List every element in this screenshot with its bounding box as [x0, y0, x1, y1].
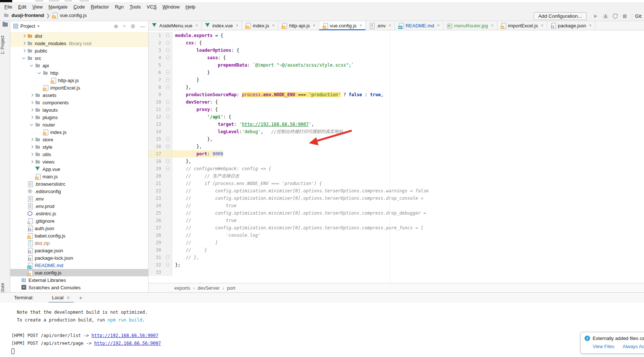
tab-vue-config-js[interactable]: JSvue.config.js× — [319, 21, 366, 30]
tree-item-views[interactable]: views — [10, 158, 149, 165]
chevron-right-icon[interactable] — [21, 41, 27, 46]
tab-index-vue[interactable]: index.vue× — [202, 21, 242, 30]
chevron-right-icon[interactable] — [29, 100, 35, 105]
tree-item-vue-config-js[interactable]: JSvue.config.js — [10, 269, 149, 276]
chevron-right-icon[interactable] — [29, 159, 35, 164]
stop-icon[interactable] — [622, 13, 628, 19]
code-line-27[interactable]: 27 // config.optimization.minimizer[0].o… — [149, 224, 644, 232]
fold-start-marker[interactable] — [166, 166, 169, 171]
chevron-right-icon[interactable] — [29, 107, 35, 112]
tree-item-external-libraries[interactable]: External Libraries — [10, 276, 149, 284]
chevron-right-icon[interactable] — [21, 48, 27, 53]
menu-help[interactable]: Help — [183, 3, 198, 10]
code-line-20[interactable]: 20 // // 生产去除日志 — [149, 172, 644, 180]
tree-item-babel-config-js[interactable]: JSbabel.config.js — [10, 232, 149, 239]
tab-package-json[interactable]: {)package.json× — [547, 21, 596, 30]
menu-run[interactable]: Run — [112, 3, 127, 10]
tree-item-assets[interactable]: assets — [10, 91, 149, 99]
run-with-coverage-icon[interactable] — [612, 13, 618, 19]
chevron-down-icon[interactable] — [29, 63, 35, 68]
code-line-14[interactable]: 14 logLevel:'debug', //控制台终端打印代理前的真实地址 — [149, 128, 644, 135]
tree-item-http[interactable]: http — [10, 69, 149, 77]
chevron-right-icon[interactable] — [29, 152, 35, 157]
tree-item-index-js[interactable]: JSindex.js — [10, 128, 149, 136]
new-terminal-icon[interactable]: + — [79, 294, 82, 301]
close-icon[interactable]: × — [589, 23, 592, 28]
close-icon[interactable]: × — [272, 23, 275, 28]
tree-item-utils[interactable]: utils — [10, 151, 149, 158]
editor-breadcrumb-devServer[interactable]: devServer — [198, 285, 219, 291]
code-line-21[interactable]: 21 // if (process.env.NODE_ENV === 'prod… — [149, 180, 644, 187]
toolwindow-project-label[interactable]: 1: Project — [0, 29, 10, 61]
collapse-all-icon[interactable]: ÷ — [123, 23, 126, 29]
code-line-12[interactable]: 12 '/api': { — [149, 113, 644, 121]
code-editor[interactable]: 1module.exports = {2 css: {3 loaderOptio… — [149, 30, 644, 283]
close-icon[interactable]: × — [236, 23, 238, 28]
tab-asidemenu-vue[interactable]: AsideMenu.vue× — [149, 21, 202, 30]
code-line-1[interactable]: 1module.exports = { — [149, 32, 644, 39]
tree-item-main-js[interactable]: JSmain.js — [10, 173, 149, 180]
tree-item-package-lock-json[interactable]: {)package-lock.json — [10, 254, 149, 262]
tab-menurouter-jpg[interactable]: menuRouter.jpg× — [443, 21, 497, 30]
add-configuration-button[interactable]: Add Configuration... — [534, 12, 587, 20]
tree-item--gitignore[interactable]: .gitignore — [10, 217, 149, 225]
tab--env[interactable]: .env× — [366, 21, 395, 30]
code-line-24[interactable]: 24 // true — [149, 202, 644, 209]
tree-item-app-vue[interactable]: App.vue — [10, 165, 149, 173]
fold-start-marker[interactable] — [166, 48, 169, 52]
tree-item-auth-json[interactable]: {)auth.json — [10, 225, 149, 232]
menu-vcs[interactable]: VCS — [144, 3, 160, 10]
close-icon[interactable]: × — [437, 23, 440, 28]
fold-start-marker[interactable] — [166, 33, 169, 37]
tree-item-importexcel-js[interactable]: JSimportExcel.js — [10, 84, 149, 91]
chevron-right-icon[interactable] — [21, 33, 27, 38]
menu-window[interactable]: Window — [160, 3, 183, 10]
hide-panel-icon[interactable]: — — [140, 23, 145, 29]
code-line-29[interactable]: 29 // ] — [149, 239, 644, 246]
fold-start-marker[interactable] — [166, 55, 169, 60]
menu-code[interactable]: Code — [71, 3, 88, 10]
close-icon[interactable]: × — [491, 23, 494, 28]
code-line-4[interactable]: 4 sass: { — [149, 54, 644, 61]
tab-readme-md[interactable]: MDREADME.md× — [395, 21, 443, 30]
fold-end-marker[interactable] — [166, 144, 169, 148]
code-line-26[interactable]: 26 // true — [149, 217, 644, 224]
chevron-down-icon[interactable] — [21, 55, 27, 61]
tab-http-api-js[interactable]: JShttp-api.js× — [278, 21, 319, 30]
fold-start-marker[interactable] — [166, 100, 169, 104]
menu-file[interactable]: File — [1, 3, 15, 10]
fold-end-marker[interactable] — [166, 85, 169, 89]
tree-item-dist[interactable]: dist — [10, 32, 149, 40]
code-line-22[interactable]: 22 // config.optimization.minimizer[0].o… — [149, 187, 644, 195]
editor-breadcrumb-exports[interactable]: exports — [174, 285, 190, 291]
tree-item--eslintrc-js[interactable]: .eslintrc.js — [10, 210, 149, 217]
tree-item-package-json[interactable]: {)package.json — [10, 247, 149, 254]
git-branch-label[interactable]: Git: — [635, 13, 643, 19]
tree-item-readme-md[interactable]: MDREADME.md — [10, 262, 149, 269]
breadcrumb-project[interactable]: duoji-frontend — [11, 13, 44, 18]
close-icon[interactable]: × — [195, 23, 198, 28]
tree-item-http-api-js[interactable]: JShttp-api.js — [10, 77, 149, 84]
close-icon[interactable]: × — [360, 23, 362, 28]
fold-start-marker[interactable] — [166, 107, 169, 111]
tree-item-api[interactable]: api — [10, 62, 149, 69]
fold-start-marker[interactable] — [166, 41, 169, 45]
run-icon[interactable] — [593, 13, 599, 19]
fold-end-marker[interactable] — [166, 159, 169, 163]
code-line-5[interactable]: 5 prependData: `@import "~@/assets/scss/… — [149, 61, 644, 69]
project-toolwindow-icon[interactable] — [3, 23, 8, 27]
chevron-down-icon[interactable] — [37, 70, 43, 75]
chevron-right-icon[interactable] — [29, 137, 35, 142]
tree-item--env[interactable]: .env — [10, 195, 149, 202]
code-line-31[interactable]: 31 // }, — [149, 254, 644, 261]
code-line-19[interactable]: 19 // configureWebpack: config => { — [149, 165, 644, 172]
menu-refactor[interactable]: Refactor — [88, 3, 112, 10]
code-line-18[interactable]: 18 }, — [149, 158, 644, 165]
code-line-2[interactable]: 2 css: { — [149, 39, 644, 47]
breadcrumb-file[interactable]: vue.config.js — [60, 13, 86, 18]
tab-importexcel-js[interactable]: JSimportExcel.js× — [497, 21, 547, 30]
chevron-down-icon[interactable] — [29, 122, 35, 127]
code-line-7[interactable]: 7 } — [149, 76, 644, 84]
code-line-33[interactable]: 33 — [149, 269, 644, 276]
locate-file-icon[interactable]: ⊕ — [114, 23, 118, 29]
